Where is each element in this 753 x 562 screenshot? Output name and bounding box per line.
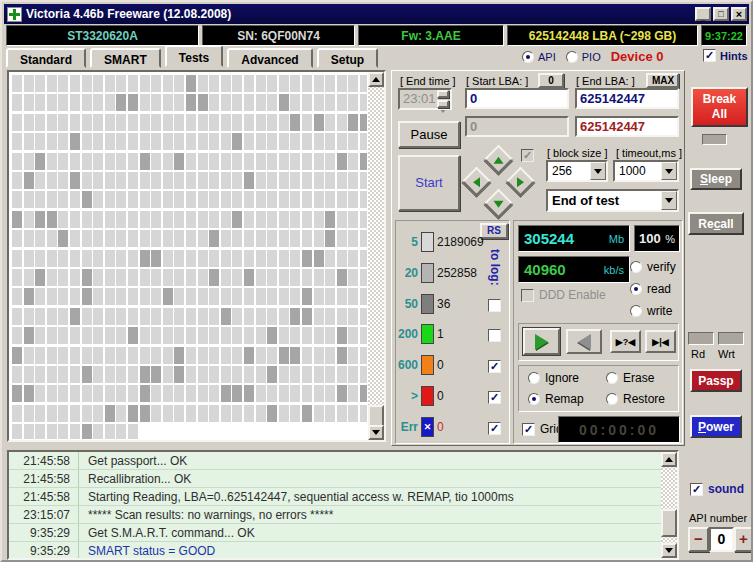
end-lba-input[interactable] [575, 88, 679, 109]
chevron-down-icon[interactable] [590, 162, 606, 180]
pause-button[interactable]: Pause [398, 121, 460, 148]
scan-block [163, 308, 173, 325]
counter-log-checkbox[interactable]: ✓ [488, 360, 501, 373]
scan-block [360, 153, 367, 170]
scan-block [279, 211, 289, 228]
scan-block [116, 75, 126, 92]
close-button[interactable]: × [731, 7, 747, 21]
start-lba-zero-button[interactable]: 0 [538, 73, 564, 88]
seek-up-button[interactable] [484, 145, 514, 175]
sound-checkbox[interactable]: ✓ [690, 483, 703, 496]
seek-left-button[interactable] [462, 167, 492, 197]
scan-block [360, 211, 367, 228]
end-action-select[interactable]: End of test [546, 189, 679, 212]
start-lba-input[interactable] [465, 88, 569, 109]
log-scrollbar[interactable] [661, 452, 677, 558]
step-back-button[interactable] [566, 329, 602, 354]
reset-stats-button[interactable]: RS [480, 223, 508, 239]
verify-radio[interactable] [630, 261, 642, 273]
log-scroll-down-icon[interactable] [661, 543, 677, 558]
scan-block [82, 172, 92, 189]
sleep-button[interactable]: Sleep [690, 168, 742, 190]
end-lba-max-button[interactable]: MAX [646, 73, 679, 88]
counter-color-block [421, 294, 434, 314]
erase-radio[interactable] [606, 372, 618, 384]
scan-block [314, 133, 324, 150]
seek-right-button[interactable] [506, 167, 536, 197]
scan-block [302, 366, 312, 383]
tab-standard[interactable]: Standard [6, 48, 86, 68]
scan-block [58, 94, 68, 111]
grid-scroll-down-icon[interactable] [368, 425, 384, 440]
speed-lcd: 40960kb/s [518, 256, 630, 283]
scan-block [186, 327, 196, 344]
tab-smart[interactable]: SMART [90, 48, 161, 68]
play-button[interactable] [523, 328, 560, 355]
api-radio[interactable] [522, 51, 534, 63]
scan-block [279, 405, 289, 422]
scan-block [70, 230, 80, 247]
tab-tests[interactable]: Tests [165, 45, 223, 67]
log-scroll-thumb[interactable] [661, 509, 677, 537]
grid-checkbox[interactable]: ✓ [522, 423, 535, 436]
scan-block [12, 230, 22, 247]
block-size-select[interactable]: 256 [546, 160, 608, 182]
scan-block [116, 230, 126, 247]
read-radio[interactable] [630, 283, 642, 295]
go-to-end-button[interactable]: ▶|◀ [645, 330, 676, 353]
ignore-radio[interactable] [528, 372, 540, 384]
scan-block [35, 424, 45, 439]
scan-block [140, 114, 150, 131]
remap-radio[interactable] [528, 393, 540, 405]
grid-scroll-thumb[interactable] [368, 405, 384, 427]
api-plus-button[interactable]: + [734, 527, 753, 552]
api-minus-button[interactable]: − [688, 527, 709, 552]
power-button[interactable]: Power [690, 415, 742, 438]
seek-test-button[interactable]: ▶?◀ [610, 330, 641, 353]
hints-checkbox[interactable]: ✓ [703, 49, 716, 62]
pio-radio[interactable] [566, 51, 578, 63]
log-scroll-up-icon[interactable] [661, 452, 677, 467]
scan-block [209, 269, 219, 286]
write-radio[interactable] [630, 305, 642, 317]
scan-block [82, 211, 92, 228]
counter-log-checkbox[interactable]: ✓ [488, 422, 501, 435]
seek-down-button[interactable] [484, 189, 514, 219]
recall-button[interactable]: Recall [688, 212, 744, 235]
chevron-down-icon[interactable] [661, 191, 677, 210]
counter-log-checkbox[interactable]: ✓ [488, 391, 501, 404]
resume-lba-input[interactable] [575, 116, 679, 137]
scan-block [82, 191, 92, 208]
scan-block [151, 172, 161, 189]
scan-block [186, 308, 196, 325]
grid-scrollbar[interactable] [368, 72, 384, 440]
grid-scroll-up-icon[interactable] [368, 72, 384, 87]
scan-block [209, 94, 219, 111]
counter-log-checkbox[interactable] [488, 299, 501, 312]
minimize-button[interactable]: _ [695, 7, 711, 21]
end-time-up-icon[interactable] [437, 90, 449, 98]
end-time-down-icon[interactable] [437, 100, 449, 108]
scan-block [105, 94, 115, 111]
passport-button[interactable]: Passp [690, 369, 742, 392]
chevron-down-icon[interactable] [661, 162, 677, 180]
scan-block [221, 75, 231, 92]
counter-log-checkbox[interactable] [488, 329, 501, 342]
scan-block [348, 211, 358, 228]
break-all-button[interactable]: Break All [691, 87, 748, 127]
scan-block [302, 94, 312, 111]
maximize-button[interactable]: □ [713, 7, 729, 21]
scan-block [128, 308, 138, 325]
scan-block [267, 347, 277, 364]
timeout-select[interactable]: 1000 [613, 160, 679, 182]
scan-block [290, 133, 300, 150]
scan-block [337, 366, 347, 383]
tab-advanced[interactable]: Advanced [227, 48, 312, 68]
log-time: 9:35:29 [9, 524, 79, 541]
tab-setup[interactable]: Setup [317, 48, 378, 68]
restore-radio[interactable] [606, 393, 618, 405]
start-button[interactable]: Start [398, 155, 460, 211]
scan-block [128, 424, 138, 439]
scan-block [325, 269, 335, 286]
scan-block [244, 94, 254, 111]
